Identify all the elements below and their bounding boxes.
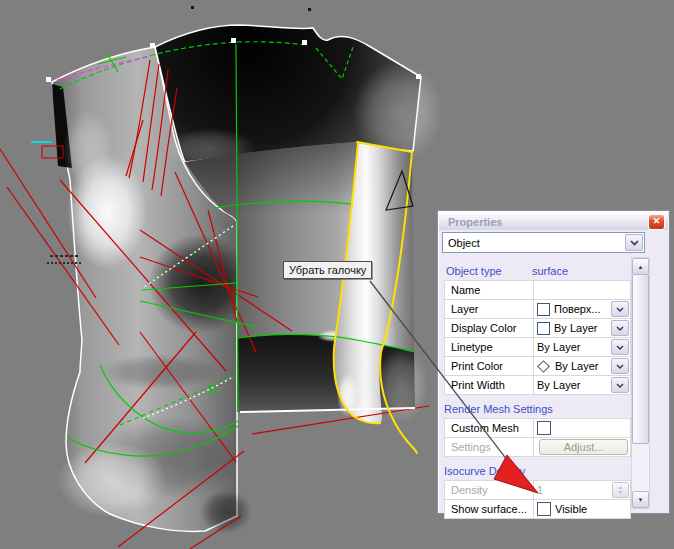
print-color-dropdown-button[interactable]	[611, 358, 629, 374]
linetype-value: By Layer	[537, 341, 580, 353]
table-row-print-width: Print Width By Layer	[445, 376, 630, 395]
show-surface-label: Show surface...	[445, 500, 534, 518]
name-label: Name	[445, 281, 534, 299]
table-row-settings: Settings Adjust...	[445, 438, 630, 457]
layer-value-cell[interactable]: Поверх...	[534, 300, 630, 318]
scroll-up-icon[interactable]: ▲	[632, 258, 649, 275]
object-selector-value: Object	[443, 237, 624, 249]
linetype-label: Linetype	[445, 338, 534, 356]
object-type-value: surface	[532, 265, 568, 277]
custom-mesh-label: Custom Mesh	[445, 419, 534, 437]
table-row-display-color: Display Color By Layer	[445, 319, 630, 338]
settings-label: Settings	[445, 438, 534, 456]
table-row-print-color: Print Color By Layer	[445, 357, 630, 376]
visible-checkbox[interactable]	[537, 502, 551, 516]
density-value-cell: 1 ▲ ▼	[534, 481, 630, 499]
isocurve-density-header-label: Isocurve Density	[444, 465, 525, 477]
print-color-value-cell[interactable]: By Layer	[534, 357, 630, 375]
isocurve-density-header: Isocurve Density	[444, 457, 631, 480]
spinner-down-icon[interactable]: ▼	[618, 490, 623, 495]
show-surface-value-cell: Visible	[534, 500, 630, 518]
density-label: Density	[445, 481, 534, 499]
print-width-value-cell[interactable]: By Layer	[534, 376, 630, 394]
print-width-label: Print Width	[445, 376, 534, 394]
linetype-dropdown-button[interactable]	[611, 339, 629, 355]
table-row-custom-mesh: Custom Mesh	[445, 419, 630, 438]
application-window: Убрать галочку Properties ✕ Object Objec…	[0, 0, 674, 549]
properties-panel: Properties ✕ Object Object type surface …	[437, 210, 670, 514]
display-color-label: Display Color	[445, 319, 534, 337]
object-selector-dropdown[interactable]: Object	[442, 232, 645, 253]
scroll-down-icon[interactable]: ▼	[632, 491, 649, 508]
visible-label: Visible	[555, 503, 587, 515]
panel-title: Properties	[448, 216, 502, 228]
print-width-value: By Layer	[537, 379, 580, 391]
adjust-button[interactable]: Adjust...	[539, 439, 628, 455]
settings-value-cell: Adjust...	[534, 438, 630, 456]
table-row-show-surface: Show surface... Visible	[445, 500, 630, 519]
print-color-diamond-icon	[537, 360, 550, 373]
table-row-density: Density 1 ▲ ▼	[445, 481, 630, 500]
panel-scrollbar[interactable]: ▲ ▼	[631, 257, 650, 509]
print-width-dropdown-button[interactable]	[611, 377, 629, 393]
density-value: 1	[537, 484, 543, 496]
object-type-header: Object type surface	[444, 257, 631, 280]
panel-content: Object type surface Name Layer Поверх...	[444, 257, 631, 509]
render-mesh-header: Render Mesh Settings	[444, 395, 631, 418]
layer-color-swatch[interactable]	[537, 303, 550, 316]
layer-dropdown-button[interactable]	[611, 301, 629, 317]
render-mesh-table: Custom Mesh Settings Adjust...	[444, 418, 631, 457]
print-color-value: By Layer	[555, 360, 598, 372]
display-color-value-cell[interactable]: By Layer	[534, 319, 630, 337]
object-properties-table: Name Layer Поверх... Display Color	[444, 280, 631, 395]
custom-mesh-value-cell	[534, 419, 630, 437]
layer-label: Layer	[445, 300, 534, 318]
linetype-value-cell[interactable]: By Layer	[534, 338, 630, 356]
table-row-layer: Layer Поверх...	[445, 300, 630, 319]
layer-value: Поверх...	[554, 303, 601, 315]
table-row-name: Name	[445, 281, 630, 300]
panel-titlebar[interactable]: Properties ✕	[439, 212, 668, 230]
close-icon[interactable]: ✕	[648, 214, 665, 230]
custom-mesh-checkbox[interactable]	[537, 421, 551, 435]
scrollbar-thumb[interactable]	[632, 274, 649, 444]
display-color-swatch[interactable]	[537, 322, 550, 335]
display-color-value: By Layer	[554, 322, 597, 334]
print-color-label: Print Color	[445, 357, 534, 375]
density-spinner[interactable]: ▲ ▼	[612, 482, 629, 498]
object-type-label: Object type	[444, 265, 532, 277]
annotation-tooltip: Убрать галочку	[283, 261, 372, 279]
chevron-down-icon[interactable]	[625, 234, 643, 251]
name-value-cell[interactable]	[534, 281, 630, 299]
render-mesh-header-label: Render Mesh Settings	[444, 403, 553, 415]
isocurve-density-table: Density 1 ▲ ▼ Show surface... Visible	[444, 480, 631, 519]
display-color-dropdown-button[interactable]	[611, 320, 629, 336]
table-row-linetype: Linetype By Layer	[445, 338, 630, 357]
